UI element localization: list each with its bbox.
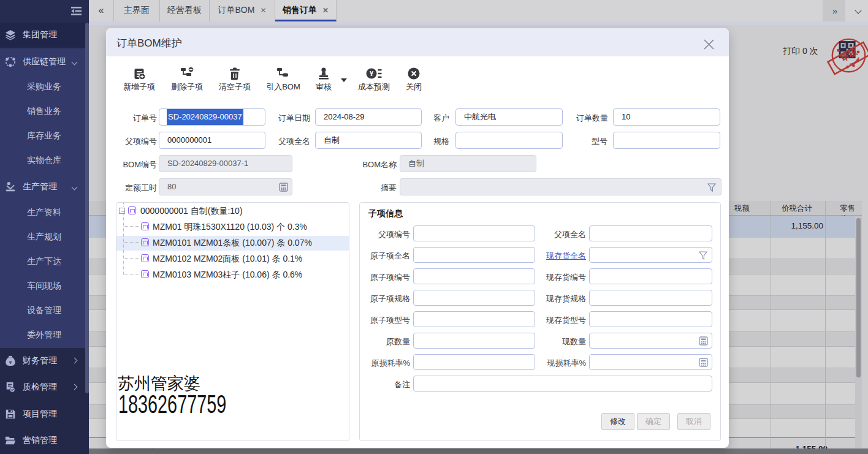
svg-text:¥: ¥: [370, 70, 374, 77]
svg-text:¥: ¥: [9, 360, 12, 365]
